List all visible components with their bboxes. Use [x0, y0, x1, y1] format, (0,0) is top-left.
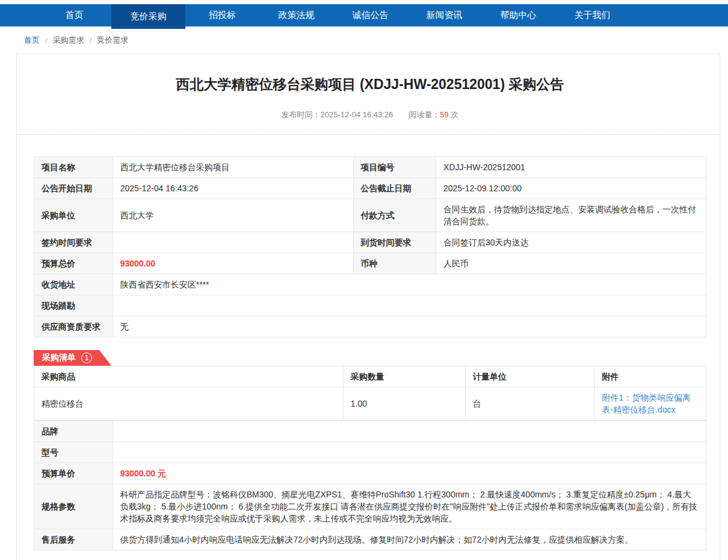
- main-navbar: 首页 竞价采购 招投标 政策法规 诚信公告 新闻资讯 帮助中心 关于我们: [0, 4, 728, 26]
- field-value: 西北大学: [113, 199, 353, 232]
- breadcrumb: 首页 / 采购需求 / 竞价需求: [0, 26, 728, 54]
- purchase-list-count-badge: 1: [81, 352, 92, 363]
- publish-meta: 发布时间：2025-12-04 16:43:26阅读量：59 次: [34, 109, 706, 120]
- table-row: 精密位移台 1.00 台 附件1：货物类响应偏离表-精密位移台.docx: [34, 387, 706, 420]
- field-label: 采购单位: [34, 199, 113, 232]
- breadcrumb-separator: /: [45, 36, 48, 45]
- views-count: 59: [440, 110, 448, 119]
- field-label: 品牌: [34, 421, 113, 442]
- table-row: 现场踏勘: [34, 295, 706, 316]
- field-value: 2025-12-04 16:43:26: [113, 178, 353, 199]
- nav-item-news[interactable]: 新闻资讯: [407, 4, 481, 26]
- breadcrumb-purchase-demand[interactable]: 采购需求: [53, 35, 84, 46]
- nav-item-tender[interactable]: 招投标: [185, 4, 259, 26]
- table-row: 签约时间要求 到货时间要求 合同签订后30天内送达: [34, 232, 706, 253]
- field-label: 收货地址: [34, 274, 113, 295]
- field-value: 合同签订后30天内送达: [436, 232, 706, 253]
- field-value: 西北大学精密位移台采购项目: [113, 157, 353, 178]
- column-header: 采购数量: [343, 366, 465, 387]
- field-value: 合同生效后，待货物到达指定地点、安装调试验收合格后，一次性付清合同货款。: [436, 199, 706, 232]
- field-label: 签约时间要求: [34, 232, 113, 253]
- breadcrumb-separator: /: [90, 36, 92, 45]
- purchase-list-tag-label: 采购清单: [42, 352, 76, 363]
- field-label: 型号: [34, 442, 113, 463]
- column-header: 采购商品: [34, 366, 344, 387]
- field-value: 陕西省西安市长安区****: [113, 274, 706, 295]
- field-label: 项目名称: [34, 157, 113, 178]
- views-label: 阅读量：: [409, 110, 440, 119]
- announcement-card: 西北大学精密位移台采购项目 (XDJJ-HW-202512001) 采购公告 发…: [16, 54, 720, 560]
- table-row: 项目名称 西北大学精密位移台采购项目 项目编号 XDJJ-HW-20251200…: [34, 157, 706, 178]
- field-label: 预算单价: [34, 463, 113, 484]
- purchase-list-tag: 采购清单 1: [34, 350, 111, 366]
- publish-time-value: 2025-12-04 16:43:26: [321, 110, 393, 119]
- field-label: 现场踏勘: [34, 295, 113, 316]
- nav-item-policies[interactable]: 政策法规: [259, 4, 333, 26]
- table-row: 规格参数 科研产品指定品牌型号：波铭科仪BM300、摘星光电ZXPS1、赛维特P…: [34, 484, 706, 529]
- field-label: 付款方式: [353, 199, 436, 232]
- spec-params-value: 科研产品指定品牌型号：波铭科仪BM300、摘星光电ZXPS1、赛维特ProShi…: [113, 484, 706, 529]
- column-header: 附件: [594, 366, 706, 387]
- budget-total-value: 93000.00: [113, 253, 353, 274]
- item-details-table: 品牌 型号 预算单价 93000.00 元 规格参数 科研产品指定品牌型号：波铭…: [34, 420, 706, 550]
- breadcrumb-home-link[interactable]: 首页: [24, 35, 40, 46]
- purchase-items-table: 采购商品 采购数量 计量单位 附件 精密位移台 1.00 台 附件1：货物类响应…: [34, 366, 706, 420]
- field-value: 人民币: [436, 253, 706, 274]
- project-info-table: 项目名称 西北大学精密位移台采购项目 项目编号 XDJJ-HW-20251200…: [34, 156, 706, 337]
- field-label: 项目编号: [353, 157, 436, 178]
- table-row: 公告开始日期 2025-12-04 16:43:26 公告截止日期 2025-1…: [34, 178, 706, 199]
- column-header: 计量单位: [466, 366, 594, 387]
- field-value: XDJJ-HW-202512001: [436, 157, 706, 178]
- top-strip: [0, 0, 728, 4]
- field-label: 公告开始日期: [34, 178, 113, 199]
- nav-item-help-center[interactable]: 帮助中心: [481, 4, 555, 26]
- table-row: 预算总价 93000.00 币种 人民币: [34, 253, 706, 274]
- field-label: 规格参数: [34, 484, 113, 529]
- nav-item-about-us[interactable]: 关于我们: [555, 4, 629, 26]
- attachment-link[interactable]: 附件1：货物类响应偏离表-精密位移台.docx: [602, 393, 691, 414]
- field-value: [113, 421, 706, 442]
- field-value: 2025-12-09 12:00:00: [436, 178, 706, 199]
- views-unit: 次: [451, 110, 458, 119]
- nav-item-home[interactable]: 首页: [37, 4, 111, 26]
- unit-price-value: 93000.00 元: [113, 463, 706, 484]
- field-value: [113, 232, 353, 253]
- table-row: 品牌: [34, 421, 706, 442]
- field-value: [113, 295, 706, 316]
- table-row: 型号: [34, 442, 706, 463]
- page-title: 西北大学精密位移台采购项目 (XDJJ-HW-202512001) 采购公告: [34, 75, 706, 94]
- table-row: 收货地址 陕西省西安市长安区****: [34, 274, 706, 295]
- item-quantity: 1.00: [343, 387, 465, 420]
- dashed-divider: [17, 134, 720, 135]
- publish-time-label: 发布时间：: [282, 110, 321, 119]
- table-row: 供应商资质要求 无: [34, 316, 706, 337]
- item-name: 精密位移台: [34, 387, 344, 420]
- field-label: 预算总价: [34, 253, 113, 274]
- table-row: 预算单价 93000.00 元: [34, 463, 706, 484]
- nav-item-integrity-notice[interactable]: 诚信公告: [333, 4, 407, 26]
- field-value: [113, 442, 706, 463]
- field-label: 售后服务: [34, 529, 113, 550]
- field-value: 无: [113, 316, 706, 337]
- after-sales-value: 供货方得到通知4小时内响应电话响应无法解决72小时内到达现场。修复时间72小时内…: [113, 529, 706, 550]
- field-label: 供应商资质要求: [34, 316, 113, 337]
- nav-item-bidding-purchase[interactable]: 竞价采购: [111, 4, 185, 29]
- table-header-row: 采购商品 采购数量 计量单位 附件: [34, 366, 706, 387]
- table-row: 采购单位 西北大学 付款方式 合同生效后，待货物到达指定地点、安装调试验收合格后…: [34, 199, 706, 232]
- table-row: 售后服务 供货方得到通知4小时内响应电话响应无法解决72小时内到达现场。修复时间…: [34, 529, 706, 550]
- item-unit: 台: [466, 387, 594, 420]
- field-label: 到货时间要求: [353, 232, 436, 253]
- breadcrumb-bidding-demand: 竞价需求: [97, 35, 128, 46]
- field-label: 公告截止日期: [353, 178, 436, 199]
- field-label: 币种: [353, 253, 436, 274]
